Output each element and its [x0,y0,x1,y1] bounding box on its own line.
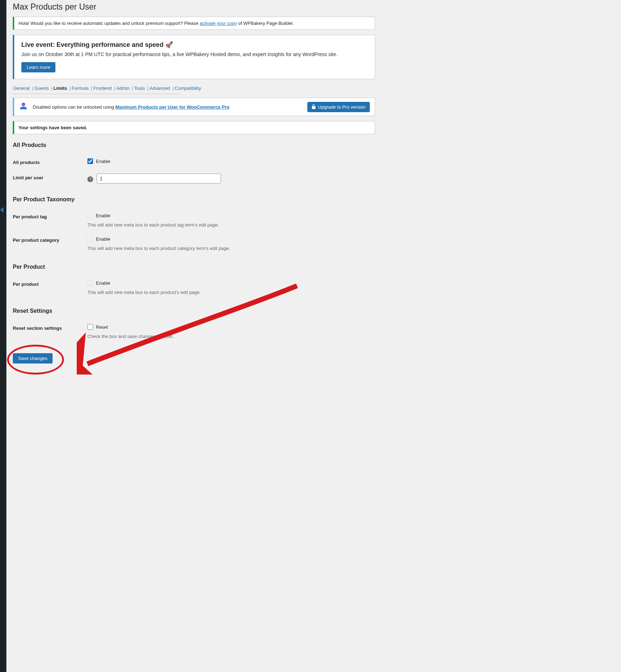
promo-title: Live event: Everything performance and s… [21,41,368,49]
promo-body: Join us on October 30th at 1 PM UTC for … [21,51,368,57]
unlock-icon [312,104,316,110]
row-per-product-label: Per product [13,277,87,300]
row-limit-label: Limit per user [13,170,87,189]
per-tag-enable-checkbox [87,213,93,218]
per-tag-desc: This will add new meta box to each produ… [87,222,375,228]
all-products-enable[interactable]: Enable [87,158,110,164]
per-product-enable-label: Enable [96,280,110,286]
tab-advanced[interactable]: Advanced [149,86,171,91]
notice-activate: Hola! Would you like to receive automati… [13,17,375,30]
pro-banner-text: Disabled options can be unlocked using [33,104,115,110]
row-reset-label: Reset section settings [13,321,87,344]
notice-saved-text: Your settings have been saved. [18,125,87,130]
section-reset-title: Reset Settings [13,308,375,314]
learn-more-button[interactable]: Learn more [21,62,55,72]
reset-checkbox[interactable] [87,324,93,330]
tab-separator: | [171,86,174,91]
page-title: Max Products per User [13,2,375,12]
section-all-products-title: All Products [13,142,375,148]
section-tabs: General | Guests | Limits | Formula | Fr… [13,86,375,91]
row-per-tag-label: Per product tag [13,209,87,233]
per-tag-enable: Enable [87,213,110,218]
per-tag-enable-label: Enable [96,213,110,218]
save-changes-button[interactable]: Save changes [13,353,53,364]
reset-check[interactable]: Reset [87,324,108,330]
promo-panel: Live event: Everything performance and s… [13,35,375,79]
per-category-desc: This will add new meta box to each produ… [87,246,375,251]
reset-check-label: Reset [96,324,108,330]
svg-point-0 [22,103,25,106]
sidebar-active-marker [0,207,4,213]
pro-banner: Disabled options can be unlocked using M… [13,98,375,116]
per-product-enable-checkbox [87,280,93,286]
section-per-product-title: Per Product [13,264,375,270]
notice-activate-text-prefix: Hola! Would you like to receive automati… [18,21,200,26]
tab-separator: | [145,86,149,91]
admin-sidebar [0,0,6,378]
tab-separator: | [112,86,116,91]
tab-separator: | [68,86,71,91]
reset-desc: Check the box and save changes to reset. [87,334,375,339]
all-products-enable-label: Enable [96,159,110,164]
tabs-rule [13,94,180,94]
notice-activate-text-suffix: of WPBakery Page Builder. [237,21,294,26]
help-icon[interactable]: ? [87,176,93,182]
section-per-taxonomy-title: Per Product Taxonomy [13,196,375,203]
per-category-enable-label: Enable [96,236,110,242]
per-category-enable: Enable [87,236,110,242]
pro-link[interactable]: Maximum Products per User for WooCommerc… [115,104,230,110]
user-icon [19,102,28,112]
tab-separator: | [130,86,134,91]
tab-separator: | [49,86,53,91]
row-all-products-label: All products [13,155,87,170]
tab-general[interactable]: General [13,86,30,91]
tab-tools[interactable]: Tools [134,86,145,91]
tab-admin[interactable]: Admin [116,86,130,91]
limit-per-user-input[interactable] [97,174,221,184]
tab-compatibility[interactable]: Compatibility [174,86,201,91]
tab-separator: | [30,86,34,91]
row-per-category-label: Per product category [13,233,87,256]
per-product-enable: Enable [87,280,110,286]
tab-separator: | [89,86,93,91]
notice-saved: Your settings have been saved. [13,121,375,134]
tab-limits[interactable]: Limits [53,86,67,91]
tab-formula[interactable]: Formula [71,86,89,91]
activate-link[interactable]: activate your copy [200,21,237,26]
all-products-enable-checkbox[interactable] [87,158,93,164]
per-product-desc: This will add new meta box to each produ… [87,290,375,295]
upgrade-pro-button[interactable]: Upgrade to Pro version [307,102,370,112]
upgrade-pro-label: Upgrade to Pro version [318,104,366,110]
tab-frontend[interactable]: Frontend [93,86,112,91]
per-category-enable-checkbox [87,236,93,242]
tab-guests[interactable]: Guests [34,86,49,91]
